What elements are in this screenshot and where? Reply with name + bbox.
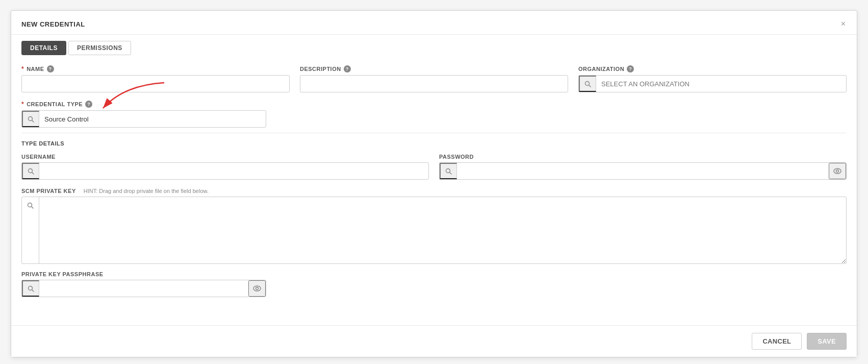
organization-label-text: ORGANIZATION xyxy=(578,66,624,72)
cred-type-required-star: * xyxy=(21,101,24,108)
scm-hint-text: HINT: Drag and drop private file on the … xyxy=(84,188,209,194)
password-eye-icon[interactable] xyxy=(829,163,846,179)
svg-line-1 xyxy=(589,85,591,87)
scm-private-key-input-wrapper xyxy=(21,197,847,264)
username-input-wrapper xyxy=(21,162,429,180)
type-details-title: TYPE DETAILS xyxy=(21,140,847,147)
row-name-desc-org: * NAME ? DESCRIPTION ? ORGANIZATION ? xyxy=(21,65,847,92)
username-label: USERNAME xyxy=(21,154,429,160)
description-help-icon[interactable]: ? xyxy=(344,65,351,72)
password-input[interactable] xyxy=(457,167,829,175)
credential-type-label: * CREDENTIAL TYPE ? xyxy=(21,101,266,108)
svg-point-10 xyxy=(836,170,839,173)
svg-point-16 xyxy=(256,287,259,290)
username-input[interactable] xyxy=(39,167,428,175)
passphrase-eye-icon[interactable] xyxy=(248,280,266,297)
svg-line-8 xyxy=(450,172,452,174)
credential-type-field-group: * CREDENTIAL TYPE ? xyxy=(21,101,266,128)
organization-field-group: ORGANIZATION ? xyxy=(578,65,847,92)
description-field-group: DESCRIPTION ? xyxy=(300,65,568,92)
new-credential-modal: NEW CREDENTIAL × DETAILS PERMISSIONS * N… xyxy=(11,10,857,357)
tabs-container: DETAILS PERMISSIONS xyxy=(11,35,857,55)
organization-help-icon[interactable]: ? xyxy=(627,65,634,72)
tab-details[interactable]: DETAILS xyxy=(21,41,66,55)
search-svg-4 xyxy=(445,168,452,175)
name-field-group: * NAME ? xyxy=(21,65,290,92)
tab-permissions[interactable]: PERMISSIONS xyxy=(68,41,131,55)
username-field-group: USERNAME xyxy=(21,154,429,180)
organization-label: ORGANIZATION ? xyxy=(578,65,847,72)
close-button[interactable]: × xyxy=(840,19,847,29)
passphrase-search-icon[interactable] xyxy=(22,280,39,297)
modal-body: * NAME ? DESCRIPTION ? ORGANIZATION ? xyxy=(11,55,857,338)
svg-point-15 xyxy=(253,286,261,291)
name-label: * NAME ? xyxy=(21,65,290,72)
scm-private-key-textarea[interactable] xyxy=(39,197,846,263)
search-svg xyxy=(584,81,591,87)
search-svg-3 xyxy=(28,168,34,175)
name-label-text: NAME xyxy=(27,66,44,72)
password-search-icon[interactable] xyxy=(440,163,457,179)
description-label: DESCRIPTION ? xyxy=(300,65,568,72)
save-button[interactable]: SAVE xyxy=(807,333,847,350)
scm-label-text: SCM PRIVATE KEY xyxy=(21,188,76,194)
search-svg-6 xyxy=(28,285,34,292)
modal-title: NEW CREDENTIAL xyxy=(21,20,85,28)
username-label-text: USERNAME xyxy=(21,154,56,160)
passphrase-label: PRIVATE KEY PASSPHRASE xyxy=(21,271,847,277)
cred-type-label-text: CREDENTIAL TYPE xyxy=(27,101,83,107)
username-search-icon[interactable] xyxy=(22,163,39,179)
description-label-text: DESCRIPTION xyxy=(300,66,341,72)
credential-type-input[interactable] xyxy=(39,115,266,123)
passphrase-field-group: PRIVATE KEY PASSPHRASE xyxy=(21,271,847,297)
credential-type-input-wrapper xyxy=(21,110,266,128)
modal-footer: CANCEL SAVE xyxy=(11,325,857,357)
passphrase-input-wrapper xyxy=(21,280,266,297)
cancel-button[interactable]: CANCEL xyxy=(752,333,802,350)
svg-point-9 xyxy=(834,168,841,174)
scm-search-icon[interactable] xyxy=(22,197,39,263)
modal-header: NEW CREDENTIAL × xyxy=(11,11,857,35)
divider-type-details xyxy=(21,133,847,133)
svg-line-3 xyxy=(32,120,34,122)
organization-input[interactable] xyxy=(596,80,846,88)
scm-private-key-label: SCM PRIVATE KEY HINT: Drag and drop priv… xyxy=(21,188,847,194)
password-label: PASSWORD xyxy=(439,154,847,160)
passphrase-input[interactable] xyxy=(39,285,248,293)
search-svg-5 xyxy=(27,202,34,209)
name-input[interactable] xyxy=(21,75,290,92)
svg-line-6 xyxy=(32,172,34,174)
organization-input-wrapper xyxy=(578,75,847,92)
scm-private-key-field-group: SCM PRIVATE KEY HINT: Drag and drop priv… xyxy=(21,188,847,264)
svg-line-14 xyxy=(32,289,34,292)
cred-type-help-icon[interactable]: ? xyxy=(85,101,92,108)
eye-svg xyxy=(833,168,841,174)
passphrase-label-text: PRIVATE KEY PASSPHRASE xyxy=(21,271,104,277)
eye-svg-2 xyxy=(253,285,261,292)
organization-search-icon[interactable] xyxy=(579,76,596,92)
svg-line-12 xyxy=(32,207,34,209)
row-username-password: USERNAME PASSWORD xyxy=(21,154,847,180)
row-credential-type: * CREDENTIAL TYPE ? xyxy=(21,101,847,128)
password-label-text: PASSWORD xyxy=(439,154,474,160)
description-input[interactable] xyxy=(300,75,568,92)
password-field-group: PASSWORD xyxy=(439,154,847,180)
name-help-icon[interactable]: ? xyxy=(47,65,54,72)
credential-type-search-icon[interactable] xyxy=(22,111,39,127)
search-svg-2 xyxy=(28,116,34,123)
name-required-star: * xyxy=(21,65,24,72)
password-input-wrapper xyxy=(439,162,847,180)
